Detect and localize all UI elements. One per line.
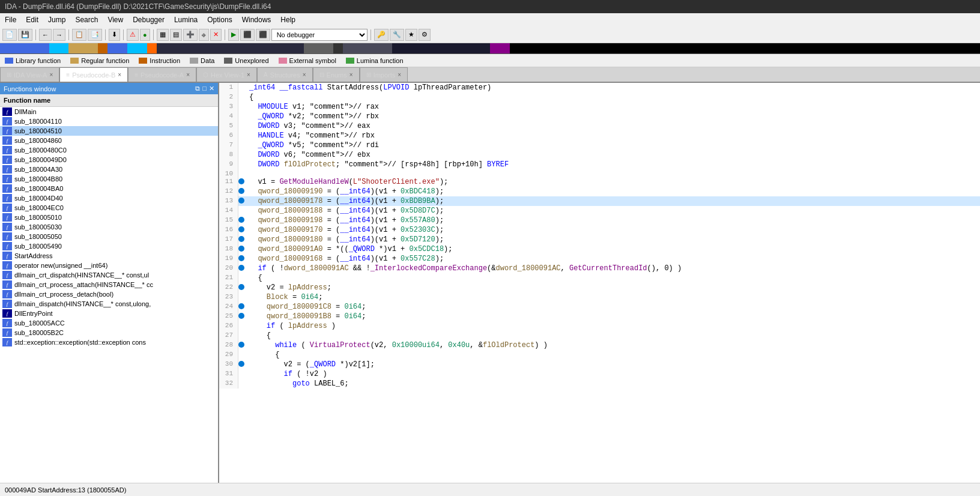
code-row[interactable]: 7 _QWORD *v5; "comment">// rdi [219,141,980,150]
sidebar-item[interactable]: fsub_180005010 [0,213,218,222]
toolbar-circle[interactable]: ● [140,29,150,41]
code-row[interactable]: 26 if ( lpAddress ) [219,321,980,331]
code-row[interactable]: 31 if ( !v2 ) [219,369,980,379]
code-row[interactable]: 16 qword_180009170 = (__int64)(v1 + 0x52… [219,225,980,235]
code-row[interactable]: 6 HANDLE v4; "comment">// rbx [219,131,980,141]
toolbar-grid[interactable]: ▦ [157,29,169,41]
toolbar-warn[interactable]: ⚠ [127,29,139,41]
code-row[interactable]: 23 Block = 0i64; [219,292,980,302]
code-row[interactable]: 13 qword_180009178 = (__int64)(v1 + 0xBD… [219,196,980,206]
sidebar-item[interactable]: fsub_180004110 [0,116,218,126]
toolbar-lumina[interactable]: 🔑 [374,29,389,41]
code-row[interactable]: 1_int64 __fastcall StartAddress(LPVOID l… [219,83,980,92]
tab-enums[interactable]: ⊟Enums× [313,67,360,82]
menu-item-search[interactable]: Search [70,14,103,25]
sidebar-list[interactable]: fDllMainfsub_180004110fsub_180004510fsub… [0,107,218,483]
tab-close-btn[interactable]: × [186,71,190,78]
tab-structures[interactable]: AStructures× [257,67,313,82]
sidebar-float-btn[interactable]: ⧉ [195,85,200,92]
tab-close-btn[interactable]: × [247,71,250,78]
tab-close-btn[interactable]: × [118,71,121,78]
tab-hex-view-1[interactable]: ⬡Hex View-1× [196,67,257,82]
sidebar-item[interactable]: foperator new(unsigned __int64) [0,261,218,270]
menu-item-debugger[interactable]: Debugger [128,14,169,25]
sidebar-item[interactable]: fDllEntryPoint [0,309,218,318]
toolbar-arrow[interactable]: ➕ [183,29,198,41]
tab-pseudocode-b[interactable]: ≡Pseudocode-B× [59,67,128,82]
sidebar-item[interactable]: fdllmain_dispatch(HINSTANCE__* const,ulo… [0,299,218,309]
code-row[interactable]: 14 qword_180009188 = (__int64)(v1 + 0x5D… [219,206,980,216]
menu-item-windows[interactable]: Windows [237,14,276,25]
sidebar-item[interactable]: fsub_18000480C0 [0,145,218,155]
code-row[interactable]: 20 if ( !dword_1800091AC && !_Interlocke… [219,264,980,273]
code-row[interactable]: 24 qword_1800091C8 = 0i64; [219,302,980,312]
toolbar-lum4[interactable]: ⚙ [419,29,431,41]
code-row[interactable]: 17 qword_180009180 = (__int64)(v1 + 0x5D… [219,235,980,244]
sidebar-item[interactable]: fstd::exception::exception(std::exceptio… [0,337,218,347]
sidebar-max-btn[interactable]: □ [202,85,207,92]
code-row[interactable]: 10 [219,169,980,177]
menu-item-options[interactable]: Options [202,14,237,25]
sidebar-item[interactable]: fsub_180005B2C [0,328,218,337]
menu-item-view[interactable]: View [103,14,128,25]
sidebar-item[interactable]: fsub_180005490 [0,241,218,251]
code-row[interactable]: 27 { [219,331,980,340]
code-row[interactable]: 9 DWORD flOldProtect; "comment">// [rsp+… [219,160,980,169]
code-row[interactable]: 3 HMODULE v1; "comment">// rax [219,102,980,112]
code-row[interactable]: 15 qword_180009198 = (__int64)(v1 + 0x55… [219,216,980,225]
code-row[interactable]: 21 { [219,273,980,283]
code-row[interactable]: 8 DWORD v6; "comment">// ebx [219,150,980,160]
tab-close-btn[interactable]: × [49,71,53,78]
sidebar-item[interactable]: fsub_18000049D0 [0,155,218,165]
code-row[interactable]: 18 qword_1800091A0 = *((_QWORD *)v1 + 0x… [219,244,980,254]
sidebar-item[interactable]: fDllMain [0,107,218,116]
sidebar-item[interactable]: fdllmain_crt_process_attach(HINSTANCE__*… [0,280,218,289]
code-row[interactable]: 19 qword_180009168 = (__int64)(v1 + 0x55… [219,254,980,264]
sidebar-item[interactable]: fsub_180004510 [0,126,218,136]
tab-close-btn[interactable]: × [303,71,306,78]
toolbar-hex[interactable]: ⬇ [109,29,120,41]
sidebar-close-btn[interactable]: ✕ [209,85,214,92]
toolbar-new[interactable]: 📄 [2,29,17,41]
tab-imports[interactable]: ⊞Imports× [360,67,408,82]
menu-item-edit[interactable]: Edit [21,14,43,25]
menu-item-lumina[interactable]: Lumina [169,14,202,25]
toolbar-stop[interactable]: ⬛ [240,29,255,41]
menu-item-jump[interactable]: Jump [43,14,70,25]
toolbar-grid2[interactable]: ▤ [170,29,182,41]
sidebar-item[interactable]: fsub_180004A30 [0,165,218,174]
toolbar-lum3[interactable]: ★ [405,29,417,41]
toolbar-back[interactable]: ← [39,29,52,41]
tab-pseudocode-a[interactable]: ≡Pseudocode-A× [128,67,196,82]
menu-item-file[interactable]: File [0,14,21,25]
menu-item-help[interactable]: Help [276,14,300,25]
code-row[interactable]: 22 v2 = lpAddress; [219,283,980,292]
sidebar-item[interactable]: fsub_180005ACC [0,318,218,328]
sidebar-item[interactable]: fsub_180004BA0 [0,184,218,193]
tab-close-btn[interactable]: × [398,71,401,78]
code-row[interactable]: 25 qword_1800091B8 = 0i64; [219,312,980,321]
sidebar-item[interactable]: fsub_180004D40 [0,193,218,203]
sidebar-item[interactable]: fsub_180004EC0 [0,203,218,213]
code-panel[interactable]: 1_int64 __fastcall StartAddress(LPVOID l… [219,83,980,483]
toolbar-save[interactable]: 💾 [18,29,32,41]
code-row[interactable]: 30 v2 = (_QWORD *)v2[1]; [219,360,980,369]
code-row[interactable]: 2{ [219,92,980,102]
sidebar-item[interactable]: fdllmain_crt_dispatch(HINSTANCE__* const… [0,270,218,280]
sidebar-item[interactable]: fdllmain_crt_process_detach(bool) [0,289,218,299]
toolbar-play[interactable]: ▶ [228,29,239,41]
tab-close-btn[interactable]: × [349,71,353,78]
code-row[interactable]: 28 while ( VirtualProtect(v2, 0x10000ui6… [219,340,980,350]
sidebar-item[interactable]: fsub_180004B80 [0,174,218,184]
code-row[interactable]: 4 _QWORD *v2; "comment">// rbx [219,112,980,121]
code-row[interactable]: 29 { [219,350,980,360]
sidebar-item[interactable]: fsub_180005050 [0,232,218,241]
toolbar-pause[interactable]: ⬛ [256,29,270,41]
code-row[interactable]: 32 goto LABEL_6; [219,379,980,389]
code-row[interactable]: 11 v1 = GetModuleHandleW(L"ShooterClient… [219,177,980,187]
sidebar-item[interactable]: fsub_180005030 [0,222,218,232]
toolbar-x[interactable]: ✕ [210,29,222,41]
toolbar-lum2[interactable]: 🔧 [390,29,404,41]
code-row[interactable]: 5 DWORD v3; "comment">// eax [219,121,980,131]
toolbar-import[interactable]: ⎆ [199,29,209,41]
